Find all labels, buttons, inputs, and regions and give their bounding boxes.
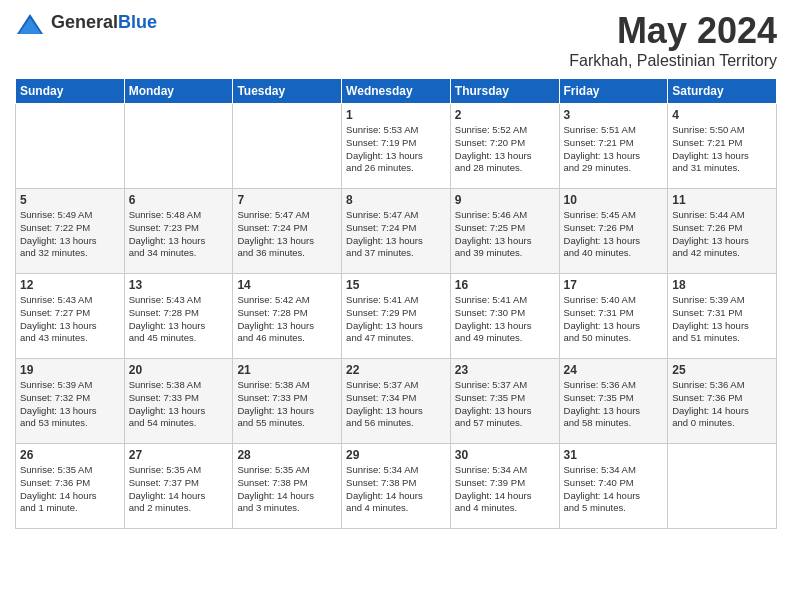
calendar-cell-4-4: 22Sunrise: 5:37 AM Sunset: 7:34 PM Dayli… [342, 359, 451, 444]
calendar-cell-4-7: 25Sunrise: 5:36 AM Sunset: 7:36 PM Dayli… [668, 359, 777, 444]
day-number: 28 [237, 448, 337, 462]
week-row-4: 19Sunrise: 5:39 AM Sunset: 7:32 PM Dayli… [16, 359, 777, 444]
day-number: 3 [564, 108, 664, 122]
day-number: 7 [237, 193, 337, 207]
cell-info: Sunrise: 5:43 AM Sunset: 7:27 PM Dayligh… [20, 294, 120, 345]
day-number: 6 [129, 193, 229, 207]
calendar-body: 1Sunrise: 5:53 AM Sunset: 7:19 PM Daylig… [16, 104, 777, 529]
calendar-cell-5-6: 31Sunrise: 5:34 AM Sunset: 7:40 PM Dayli… [559, 444, 668, 529]
calendar-cell-1-5: 2Sunrise: 5:52 AM Sunset: 7:20 PM Daylig… [450, 104, 559, 189]
day-number: 19 [20, 363, 120, 377]
day-number: 23 [455, 363, 555, 377]
calendar-cell-1-1 [16, 104, 125, 189]
header-day-tuesday: Tuesday [233, 79, 342, 104]
calendar-cell-3-3: 14Sunrise: 5:42 AM Sunset: 7:28 PM Dayli… [233, 274, 342, 359]
logo-icon [15, 12, 45, 36]
calendar-cell-1-2 [124, 104, 233, 189]
month-year-title: May 2024 [569, 10, 777, 52]
calendar-cell-5-7 [668, 444, 777, 529]
cell-info: Sunrise: 5:39 AM Sunset: 7:31 PM Dayligh… [672, 294, 772, 345]
calendar-cell-1-3 [233, 104, 342, 189]
calendar-cell-1-6: 3Sunrise: 5:51 AM Sunset: 7:21 PM Daylig… [559, 104, 668, 189]
calendar-cell-5-2: 27Sunrise: 5:35 AM Sunset: 7:37 PM Dayli… [124, 444, 233, 529]
cell-info: Sunrise: 5:52 AM Sunset: 7:20 PM Dayligh… [455, 124, 555, 175]
cell-info: Sunrise: 5:47 AM Sunset: 7:24 PM Dayligh… [237, 209, 337, 260]
calendar-cell-3-5: 16Sunrise: 5:41 AM Sunset: 7:30 PM Dayli… [450, 274, 559, 359]
day-number: 16 [455, 278, 555, 292]
header-day-friday: Friday [559, 79, 668, 104]
cell-info: Sunrise: 5:41 AM Sunset: 7:29 PM Dayligh… [346, 294, 446, 345]
header-day-saturday: Saturday [668, 79, 777, 104]
day-number: 14 [237, 278, 337, 292]
calendar-cell-2-3: 7Sunrise: 5:47 AM Sunset: 7:24 PM Daylig… [233, 189, 342, 274]
logo: GeneralBlue [15, 10, 157, 34]
calendar-cell-2-6: 10Sunrise: 5:45 AM Sunset: 7:26 PM Dayli… [559, 189, 668, 274]
day-number: 8 [346, 193, 446, 207]
calendar-cell-2-2: 6Sunrise: 5:48 AM Sunset: 7:23 PM Daylig… [124, 189, 233, 274]
cell-info: Sunrise: 5:43 AM Sunset: 7:28 PM Dayligh… [129, 294, 229, 345]
day-number: 2 [455, 108, 555, 122]
calendar-cell-2-7: 11Sunrise: 5:44 AM Sunset: 7:26 PM Dayli… [668, 189, 777, 274]
calendar-cell-2-1: 5Sunrise: 5:49 AM Sunset: 7:22 PM Daylig… [16, 189, 125, 274]
day-number: 9 [455, 193, 555, 207]
day-number: 11 [672, 193, 772, 207]
header-day-sunday: Sunday [16, 79, 125, 104]
page-header: GeneralBlue May 2024 Farkhah, Palestinia… [15, 10, 777, 70]
day-number: 10 [564, 193, 664, 207]
cell-info: Sunrise: 5:34 AM Sunset: 7:40 PM Dayligh… [564, 464, 664, 515]
cell-info: Sunrise: 5:47 AM Sunset: 7:24 PM Dayligh… [346, 209, 446, 260]
cell-info: Sunrise: 5:38 AM Sunset: 7:33 PM Dayligh… [237, 379, 337, 430]
cell-info: Sunrise: 5:41 AM Sunset: 7:30 PM Dayligh… [455, 294, 555, 345]
header-day-thursday: Thursday [450, 79, 559, 104]
calendar-cell-5-4: 29Sunrise: 5:34 AM Sunset: 7:38 PM Dayli… [342, 444, 451, 529]
title-section: May 2024 Farkhah, Palestinian Territory [569, 10, 777, 70]
cell-info: Sunrise: 5:37 AM Sunset: 7:35 PM Dayligh… [455, 379, 555, 430]
week-row-3: 12Sunrise: 5:43 AM Sunset: 7:27 PM Dayli… [16, 274, 777, 359]
cell-info: Sunrise: 5:49 AM Sunset: 7:22 PM Dayligh… [20, 209, 120, 260]
day-number: 22 [346, 363, 446, 377]
cell-info: Sunrise: 5:51 AM Sunset: 7:21 PM Dayligh… [564, 124, 664, 175]
calendar-cell-1-7: 4Sunrise: 5:50 AM Sunset: 7:21 PM Daylig… [668, 104, 777, 189]
calendar-cell-5-1: 26Sunrise: 5:35 AM Sunset: 7:36 PM Dayli… [16, 444, 125, 529]
day-number: 25 [672, 363, 772, 377]
cell-info: Sunrise: 5:36 AM Sunset: 7:35 PM Dayligh… [564, 379, 664, 430]
calendar-cell-4-6: 24Sunrise: 5:36 AM Sunset: 7:35 PM Dayli… [559, 359, 668, 444]
day-number: 26 [20, 448, 120, 462]
day-number: 29 [346, 448, 446, 462]
calendar-cell-4-2: 20Sunrise: 5:38 AM Sunset: 7:33 PM Dayli… [124, 359, 233, 444]
day-number: 15 [346, 278, 446, 292]
cell-info: Sunrise: 5:53 AM Sunset: 7:19 PM Dayligh… [346, 124, 446, 175]
calendar-cell-3-2: 13Sunrise: 5:43 AM Sunset: 7:28 PM Dayli… [124, 274, 233, 359]
calendar-cell-5-5: 30Sunrise: 5:34 AM Sunset: 7:39 PM Dayli… [450, 444, 559, 529]
calendar-cell-5-3: 28Sunrise: 5:35 AM Sunset: 7:38 PM Dayli… [233, 444, 342, 529]
calendar-table: SundayMondayTuesdayWednesdayThursdayFrid… [15, 78, 777, 529]
day-number: 12 [20, 278, 120, 292]
calendar-cell-4-1: 19Sunrise: 5:39 AM Sunset: 7:32 PM Dayli… [16, 359, 125, 444]
header-day-wednesday: Wednesday [342, 79, 451, 104]
cell-info: Sunrise: 5:35 AM Sunset: 7:38 PM Dayligh… [237, 464, 337, 515]
calendar-cell-3-7: 18Sunrise: 5:39 AM Sunset: 7:31 PM Dayli… [668, 274, 777, 359]
location-subtitle: Farkhah, Palestinian Territory [569, 52, 777, 70]
day-number: 13 [129, 278, 229, 292]
day-number: 31 [564, 448, 664, 462]
week-row-1: 1Sunrise: 5:53 AM Sunset: 7:19 PM Daylig… [16, 104, 777, 189]
cell-info: Sunrise: 5:50 AM Sunset: 7:21 PM Dayligh… [672, 124, 772, 175]
cell-info: Sunrise: 5:34 AM Sunset: 7:38 PM Dayligh… [346, 464, 446, 515]
calendar-cell-2-4: 8Sunrise: 5:47 AM Sunset: 7:24 PM Daylig… [342, 189, 451, 274]
cell-info: Sunrise: 5:36 AM Sunset: 7:36 PM Dayligh… [672, 379, 772, 430]
calendar-cell-3-1: 12Sunrise: 5:43 AM Sunset: 7:27 PM Dayli… [16, 274, 125, 359]
header-day-monday: Monday [124, 79, 233, 104]
day-number: 24 [564, 363, 664, 377]
day-number: 20 [129, 363, 229, 377]
cell-info: Sunrise: 5:45 AM Sunset: 7:26 PM Dayligh… [564, 209, 664, 260]
calendar-cell-4-5: 23Sunrise: 5:37 AM Sunset: 7:35 PM Dayli… [450, 359, 559, 444]
day-number: 30 [455, 448, 555, 462]
day-number: 17 [564, 278, 664, 292]
cell-info: Sunrise: 5:40 AM Sunset: 7:31 PM Dayligh… [564, 294, 664, 345]
cell-info: Sunrise: 5:37 AM Sunset: 7:34 PM Dayligh… [346, 379, 446, 430]
logo-blue: Blue [118, 12, 157, 32]
calendar-cell-1-4: 1Sunrise: 5:53 AM Sunset: 7:19 PM Daylig… [342, 104, 451, 189]
calendar-cell-2-5: 9Sunrise: 5:46 AM Sunset: 7:25 PM Daylig… [450, 189, 559, 274]
day-number: 18 [672, 278, 772, 292]
cell-info: Sunrise: 5:35 AM Sunset: 7:37 PM Dayligh… [129, 464, 229, 515]
